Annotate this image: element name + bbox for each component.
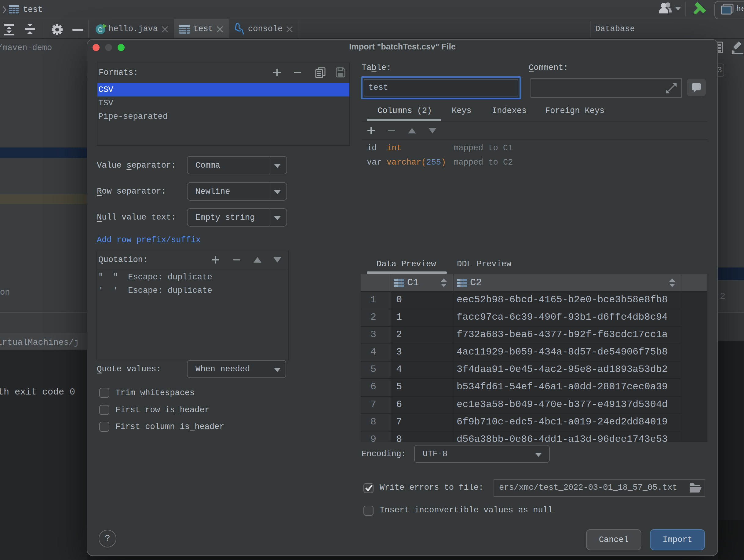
svg-text:C: C: [98, 26, 102, 34]
